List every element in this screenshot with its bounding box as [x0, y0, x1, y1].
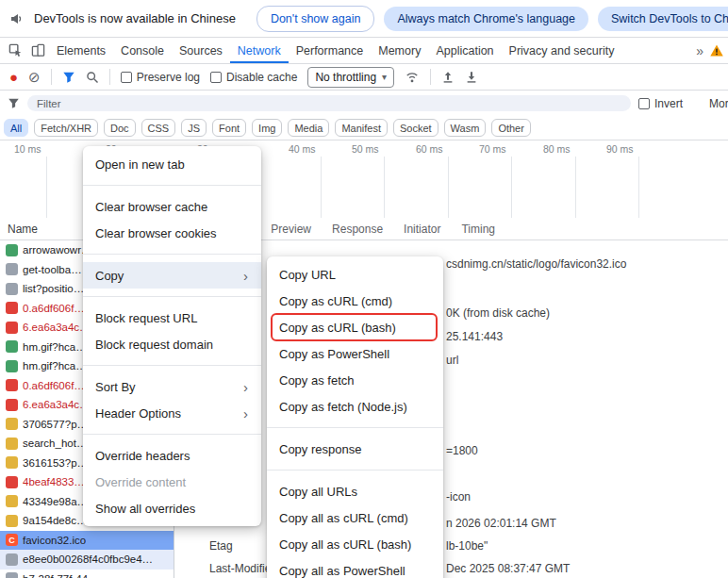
time-gridline: [448, 157, 449, 218]
import-har-button[interactable]: [441, 71, 455, 84]
error-file-icon: [6, 322, 18, 334]
tab-network[interactable]: Network: [230, 38, 289, 63]
warning-icon[interactable]: [709, 43, 724, 58]
menu-item-copy-as-powershell[interactable]: Copy as PowerShell: [267, 340, 443, 367]
time-gridline: [575, 157, 576, 218]
request-row-selected[interactable]: Cfavicon32.ico: [0, 531, 174, 551]
menu-separator: [267, 427, 443, 428]
request-row[interactable]: b7-28f-77f-44…: [0, 570, 174, 578]
tab-memory[interactable]: Memory: [371, 38, 428, 63]
devtools-tabbar: Elements Console Sources Network Perform…: [0, 38, 728, 64]
error-file-icon: [6, 302, 18, 314]
menu-item-copy-url[interactable]: Copy URL: [267, 261, 443, 288]
menu-item-copy-as-fetch-nodejs[interactable]: Copy as fetch (Node.js): [267, 393, 443, 420]
menu-item-block-request-url[interactable]: Block request URL: [83, 305, 261, 331]
menu-item-override-headers[interactable]: Override headers: [83, 442, 261, 469]
disable-cache-checkbox[interactable]: Disable cache: [210, 71, 297, 84]
more-tabs-icon[interactable]: »: [696, 43, 703, 58]
chip-manifest[interactable]: Manifest: [335, 119, 388, 137]
script-file-icon: [6, 456, 18, 469]
menu-item-copy-as-fetch[interactable]: Copy as fetch: [267, 367, 443, 393]
tab-privacy-security[interactable]: Privacy and security: [502, 38, 622, 63]
menu-item-copy-response[interactable]: Copy response: [267, 436, 443, 462]
menu-separator: [83, 254, 261, 255]
chip-other[interactable]: Other: [491, 119, 531, 137]
toolbar-divider: [430, 69, 431, 85]
referrer-policy-fragment: url: [446, 354, 458, 367]
menu-item-clear-browser-cache[interactable]: Clear browser cache: [83, 193, 261, 220]
inspect-element-button[interactable]: [4, 38, 26, 63]
throttling-select[interactable]: No throttling ▾: [307, 67, 394, 88]
chip-font[interactable]: Font: [212, 119, 246, 137]
chip-socket[interactable]: Socket: [393, 119, 438, 137]
chip-js[interactable]: JS: [181, 119, 207, 137]
chip-css[interactable]: CSS: [141, 119, 176, 137]
tab-application[interactable]: Application: [428, 38, 501, 63]
menu-item-copy-all-as-curl-cmd[interactable]: Copy all as cURL (cmd): [267, 504, 443, 531]
preserve-log-label: Preserve log: [137, 71, 200, 84]
menu-item-open-in-new-tab[interactable]: Open in new tab: [83, 151, 261, 177]
clear-network-log-button[interactable]: ⊘: [28, 70, 41, 84]
network-conditions-button[interactable]: [405, 71, 420, 84]
checkbox-icon[interactable]: [638, 98, 650, 109]
image-file-icon: [6, 244, 18, 256]
menu-item-sort-by[interactable]: Sort By›: [83, 373, 261, 400]
menu-separator: [83, 296, 261, 297]
menu-item-copy-all-urls[interactable]: Copy all URLs: [267, 478, 443, 504]
chip-img[interactable]: Img: [252, 119, 282, 137]
more-filters-button[interactable]: More filters: [709, 97, 728, 110]
menu-separator: [83, 365, 261, 366]
time-tick: 90 ms: [606, 143, 634, 155]
last-modified-value-fragment: Dec 2025 08:37:47 GMT: [446, 562, 570, 575]
match-language-button[interactable]: Always match Chrome's language: [384, 7, 588, 31]
tab-sources[interactable]: Sources: [172, 38, 230, 63]
search-button[interactable]: [86, 71, 99, 84]
details-tab-initiator[interactable]: Initiator: [393, 218, 451, 239]
throttling-value: No throttling: [315, 71, 376, 84]
expires-fragment: n 2026 02:01:14 GMT: [446, 517, 556, 530]
menu-item-header-options[interactable]: Header Options›: [83, 400, 261, 426]
checkbox-icon[interactable]: [121, 72, 132, 83]
menu-item-copy-as-curl-bash[interactable]: Copy as cURL (bash): [267, 314, 443, 340]
tab-elements[interactable]: Elements: [49, 38, 113, 63]
chip-media[interactable]: Media: [288, 119, 329, 137]
preserve-log-checkbox[interactable]: Preserve log: [121, 71, 200, 84]
details-tab-timing[interactable]: Timing: [451, 218, 505, 239]
image-file-icon: [6, 340, 18, 353]
record-button[interactable]: ●: [9, 70, 18, 84]
time-tick: 10 ms: [14, 143, 41, 155]
tab-console[interactable]: Console: [113, 38, 172, 63]
export-har-button[interactable]: [465, 71, 478, 84]
checkbox-icon[interactable]: [210, 72, 222, 83]
menu-item-show-all-overrides[interactable]: Show all overrides: [83, 495, 261, 521]
chip-doc[interactable]: Doc: [104, 119, 136, 137]
script-file-icon: [6, 438, 18, 450]
request-row[interactable]: e8ee0b00268f4c0fbc9e4…: [0, 550, 174, 570]
device-toolbar-button[interactable]: [26, 38, 49, 63]
menu-item-copy[interactable]: Copy›: [83, 262, 261, 289]
chip-wasm[interactable]: Wasm: [444, 119, 487, 137]
filter-input[interactable]: [27, 95, 631, 111]
tab-performance[interactable]: Performance: [289, 38, 372, 63]
chip-all[interactable]: All: [4, 119, 28, 137]
submenu-arrow-icon: ›: [243, 406, 248, 421]
filter-toggle-button[interactable]: [62, 71, 75, 84]
time-gridline: [384, 157, 385, 218]
switch-language-button[interactable]: Switch DevTools to Chinese: [598, 7, 728, 31]
disable-cache-label: Disable cache: [226, 71, 297, 84]
menu-item-copy-all-as-curl-bash[interactable]: Copy all as cURL (bash): [267, 531, 443, 557]
details-tab-response[interactable]: Response: [322, 218, 393, 239]
etag-header-name: Etag: [209, 539, 233, 553]
error-file-icon: [6, 399, 18, 411]
menu-item-copy-all-as-powershell[interactable]: Copy all as PowerShell: [267, 557, 443, 578]
menu-item-copy-as-curl-cmd[interactable]: Copy as cURL (cmd): [267, 288, 443, 314]
time-tick: 70 ms: [479, 143, 506, 155]
chip-fetch-xhr[interactable]: Fetch/XHR: [34, 119, 98, 137]
network-toolbar: ● ⊘ Preserve log Disable cache No thrott…: [0, 64, 728, 91]
invert-checkbox[interactable]: Invert: [638, 97, 683, 110]
menu-item-clear-browser-cookies[interactable]: Clear browser cookies: [83, 220, 261, 246]
details-tab-preview[interactable]: Preview: [260, 218, 322, 239]
menu-item-block-request-domain[interactable]: Block request domain: [83, 331, 261, 357]
dont-show-again-button[interactable]: Don't show again: [256, 6, 375, 32]
request-type-filters: All Fetch/XHR Doc CSS JS Font Img Media …: [0, 116, 728, 140]
